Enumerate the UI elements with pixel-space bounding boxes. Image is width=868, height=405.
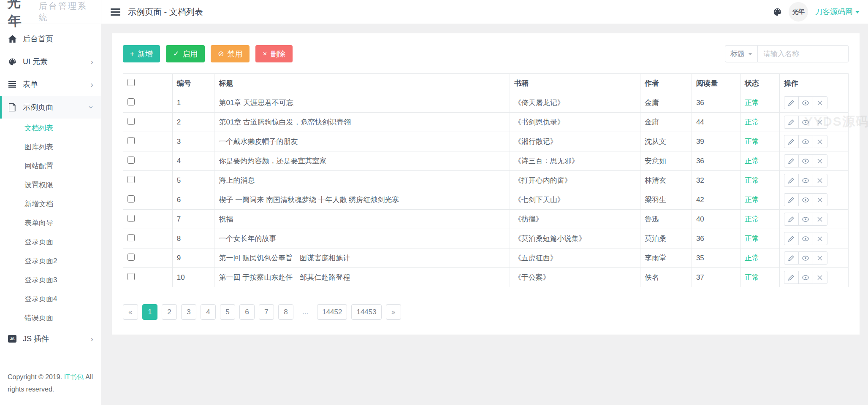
pagination-item[interactable]: 2: [162, 304, 177, 320]
delete-button[interactable]: × 删除: [255, 45, 293, 62]
check-icon: ✓: [173, 50, 179, 57]
view-button[interactable]: [798, 116, 813, 129]
remove-button[interactable]: [813, 251, 827, 265]
edit-button[interactable]: [784, 271, 799, 284]
sidebar-nav: 后台首页 UI 元素 表单 示例页面 文档列表: [0, 24, 101, 363]
pagination-item[interactable]: 4: [201, 304, 216, 320]
cell-book: 《诗三百：思无邪》: [510, 151, 640, 171]
sidebar-item-label: JS 插件: [23, 334, 49, 344]
remove-button[interactable]: [813, 96, 827, 109]
pagination-item[interactable]: 6: [239, 304, 255, 320]
remove-button[interactable]: [813, 213, 827, 226]
submenu-item[interactable]: 网站配置: [0, 157, 101, 176]
view-button[interactable]: [798, 96, 813, 109]
submenu-item[interactable]: 文档列表: [0, 119, 101, 138]
view-button[interactable]: [798, 174, 813, 187]
app-logo[interactable]: 光年 后台管理系统: [0, 0, 101, 24]
menu-toggle-icon[interactable]: [111, 8, 120, 16]
pagination-item[interactable]: 5: [220, 304, 235, 320]
pagination-item[interactable]: 3: [181, 304, 196, 320]
cell-author: 佚名: [640, 268, 692, 287]
submenu-item[interactable]: 表单向导: [0, 213, 101, 232]
sidebar-item-forms[interactable]: 表单: [0, 73, 101, 96]
pagination-item[interactable]: »: [386, 304, 401, 320]
row-checkbox[interactable]: [127, 157, 135, 164]
submenu-item[interactable]: 登录页面: [0, 232, 101, 251]
edit-button[interactable]: [784, 154, 799, 167]
cell-author: 安意如: [640, 151, 692, 171]
add-button[interactable]: + 新增: [123, 45, 160, 62]
pagination: « 1 2 3 4 5 6 7 8 ... 14452 14453: [123, 304, 849, 320]
remove-button[interactable]: [813, 154, 827, 167]
row-checkbox[interactable]: [127, 254, 135, 261]
view-button[interactable]: [798, 154, 813, 167]
cell-title: 一个女长年的故事: [214, 229, 510, 248]
cell-author: 莫泊桑: [640, 229, 692, 248]
pagination-item[interactable]: 8: [278, 304, 293, 320]
status-badge: 正常: [740, 248, 779, 268]
view-button[interactable]: [798, 232, 813, 245]
row-checkbox[interactable]: [127, 234, 135, 241]
submenu-item[interactable]: 错误页面: [0, 308, 101, 327]
submenu-item[interactable]: 登录页面4: [0, 289, 101, 308]
view-button[interactable]: [798, 193, 813, 206]
submenu-item[interactable]: 设置权限: [0, 176, 101, 194]
row-checkbox[interactable]: [127, 98, 135, 105]
remove-button[interactable]: [813, 193, 827, 206]
theme-palette-icon[interactable]: [773, 8, 782, 16]
view-button[interactable]: [798, 251, 813, 265]
table-row: 4 你是要灼灼容颜，还是要宜其室家 《诗三百：思无邪》 安意如 36 正常: [123, 151, 849, 171]
sidebar-item-js-plugins[interactable]: JS JS 插件: [0, 327, 101, 350]
row-checkbox[interactable]: [127, 176, 135, 183]
search-box: 标题: [725, 45, 849, 62]
user-menu[interactable]: 刀客源码网: [815, 7, 860, 17]
pagination-item[interactable]: 14453: [351, 304, 381, 320]
row-actions: [784, 154, 827, 167]
disable-button[interactable]: ⊘ 禁用: [211, 45, 250, 62]
remove-button[interactable]: [813, 135, 827, 148]
pagination-item[interactable]: «: [123, 304, 138, 320]
row-checkbox[interactable]: [127, 195, 135, 202]
submenu-item[interactable]: 新增文档: [0, 194, 101, 213]
view-button[interactable]: [798, 271, 813, 284]
row-checkbox[interactable]: [127, 137, 135, 144]
view-button[interactable]: [798, 213, 813, 226]
ban-icon: ⊘: [218, 50, 224, 57]
avatar[interactable]: 光年: [788, 1, 808, 22]
edit-button[interactable]: [784, 232, 799, 245]
edit-button[interactable]: [784, 135, 799, 148]
search-input[interactable]: [758, 45, 849, 62]
sidebar-item-example-pages[interactable]: 示例页面: [0, 96, 101, 119]
remove-button[interactable]: [813, 232, 827, 245]
submenu-item[interactable]: 登录页面2: [0, 251, 101, 270]
edit-button[interactable]: [784, 96, 799, 109]
row-checkbox[interactable]: [127, 273, 135, 280]
edit-button[interactable]: [784, 174, 799, 187]
remove-button[interactable]: [813, 174, 827, 187]
row-checkbox[interactable]: [127, 215, 135, 222]
chevron-right-icon: [90, 59, 93, 64]
sidebar-item-home[interactable]: 后台首页: [0, 27, 101, 50]
add-button-label: 新增: [138, 49, 153, 59]
pagination-item[interactable]: 14452: [317, 304, 347, 320]
pagination-item[interactable]: 1: [142, 304, 157, 320]
table-body: 1 第01章 天涯思君不可忘 《倚天屠龙记》 金庸 36 正常: [123, 93, 849, 287]
row-checkbox[interactable]: [127, 118, 135, 125]
remove-button[interactable]: [813, 271, 827, 284]
pagination-item[interactable]: 7: [259, 304, 274, 320]
remove-button[interactable]: [813, 116, 827, 129]
edit-button[interactable]: [784, 251, 799, 265]
copyright: Copyright © 2019. IT书包 All rights reserv…: [0, 363, 101, 405]
select-all-checkbox[interactable]: [127, 79, 135, 86]
copyright-link[interactable]: IT书包: [64, 373, 84, 381]
sidebar-item-ui-elements[interactable]: UI 元素: [0, 50, 101, 73]
edit-button[interactable]: [784, 193, 799, 206]
edit-button[interactable]: [784, 213, 799, 226]
view-button[interactable]: [798, 135, 813, 148]
col-header-status: 状态: [740, 74, 779, 93]
filter-field-select[interactable]: 标题: [725, 45, 758, 62]
submenu-item[interactable]: 图库列表: [0, 138, 101, 157]
edit-button[interactable]: [784, 116, 799, 129]
submenu-item[interactable]: 登录页面3: [0, 270, 101, 289]
enable-button[interactable]: ✓ 启用: [166, 45, 205, 62]
